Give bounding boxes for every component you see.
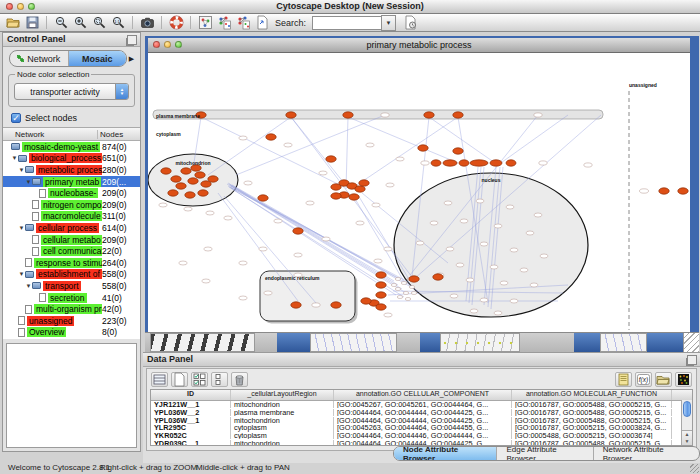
background-window-thumbnail[interactable] <box>600 333 647 352</box>
tree-row[interactable]: multi-organism pro42(0) <box>3 303 140 315</box>
network-node-selected[interactable] <box>326 156 336 162</box>
network-node[interactable] <box>444 201 452 205</box>
network-node-selected[interactable] <box>208 176 218 182</box>
tree-row[interactable]: Overview8(0) <box>3 327 140 339</box>
tree-row[interactable]: ▼primary metab209(... <box>3 176 140 188</box>
network-node[interactable] <box>239 261 247 265</box>
network-node-selected[interactable] <box>286 112 296 118</box>
network-node-selected[interactable] <box>433 274 443 280</box>
snapshot-camera-icon[interactable] <box>139 15 155 30</box>
node-color-dropdown[interactable]: transporter activity ▲▼ <box>14 83 129 100</box>
background-window-labels[interactable] <box>150 333 255 352</box>
network-node[interactable] <box>476 199 484 203</box>
network-node-selected[interactable] <box>376 304 386 310</box>
tree-row[interactable]: ▼cellular process614(0) <box>3 222 140 234</box>
network-node-selected[interactable] <box>418 145 428 151</box>
network-node[interactable] <box>450 294 458 298</box>
network-node[interactable] <box>395 278 401 281</box>
table-column-header[interactable]: annotation.GO MOLECULAR_FUNCTION <box>512 390 672 400</box>
tree-row[interactable]: ▼biological_process651(0) <box>3 153 140 165</box>
network-node[interactable] <box>396 157 404 161</box>
network-node-selected[interactable] <box>161 168 171 174</box>
expander-icon[interactable]: ▼ <box>11 155 18 161</box>
network-node[interactable] <box>480 242 488 246</box>
search-dropdown-button[interactable]: ▼ <box>381 15 396 31</box>
float-panel-icon[interactable] <box>127 35 137 45</box>
network-node[interactable] <box>534 113 542 117</box>
network-node[interactable] <box>206 211 214 215</box>
network-node[interactable] <box>384 247 392 251</box>
network-canvas[interactable]: plasma membranecytoplasmmitochondrionnuc… <box>148 53 690 332</box>
network-node[interactable] <box>319 171 327 175</box>
network-node-selected[interactable] <box>490 160 502 166</box>
search-input[interactable] <box>312 16 381 30</box>
network-node[interactable] <box>202 279 210 283</box>
network-node-selected[interactable] <box>171 176 181 182</box>
select-nodes-checkbox[interactable]: ✓ <box>11 113 21 123</box>
network-node-selected[interactable] <box>506 160 516 166</box>
network-node[interactable] <box>446 247 454 251</box>
load-attributes-icon[interactable] <box>655 372 672 387</box>
network-node-selected[interactable] <box>291 302 301 308</box>
network-node[interactable] <box>494 311 502 315</box>
expander-icon[interactable]: ▼ <box>18 167 25 173</box>
network-node[interactable] <box>224 216 232 220</box>
select-attributes-icon[interactable] <box>191 372 208 387</box>
table-scrollbar-thumb[interactable] <box>683 401 691 417</box>
tree-row[interactable]: response to stimulu264(0) <box>3 257 140 269</box>
tree-row[interactable]: ▼metabolic process280(0) <box>3 164 140 176</box>
network-node-selected[interactable] <box>293 228 303 234</box>
network-node-selected[interactable] <box>331 302 341 308</box>
window-resize-grip[interactable] <box>683 333 699 352</box>
float-data-panel-icon[interactable] <box>687 355 697 365</box>
network-node[interactable] <box>397 296 403 299</box>
table-column-header[interactable]: annotation.GO CELLULAR_COMPONENT <box>334 390 512 400</box>
background-window-frame[interactable] <box>420 333 440 352</box>
network-node-selected[interactable] <box>361 298 371 304</box>
expander-icon[interactable]: ▼ <box>18 225 25 231</box>
network-node[interactable] <box>584 163 592 167</box>
network-node[interactable] <box>395 288 401 291</box>
network-node[interactable] <box>322 237 330 241</box>
network-node[interactable] <box>510 299 518 303</box>
network-node[interactable] <box>520 268 528 272</box>
network-node[interactable] <box>312 303 320 307</box>
network-node[interactable] <box>403 292 409 295</box>
network-node-selected[interactable] <box>459 160 469 166</box>
save-session-icon[interactable] <box>24 15 40 30</box>
network-node[interactable] <box>356 221 364 225</box>
network-node[interactable] <box>366 143 374 147</box>
network-node[interactable] <box>386 183 394 187</box>
tree-row[interactable]: cellular metabo209(0) <box>3 234 140 246</box>
network-node-selected[interactable] <box>331 193 341 199</box>
network-node[interactable] <box>470 309 478 313</box>
birdseye-view-icon[interactable] <box>197 15 213 30</box>
network-node[interactable] <box>381 113 389 117</box>
table-column-header[interactable]: _cellularLayoutRegion <box>231 390 334 400</box>
network-node-selected[interactable] <box>185 192 195 198</box>
app-resize-grip[interactable] <box>690 464 699 473</box>
network-node-selected[interactable] <box>176 183 186 189</box>
tab-overflow-arrow[interactable]: ▶ <box>127 55 136 63</box>
network-node[interactable] <box>430 221 438 225</box>
tab-mosaic[interactable]: Mosaic <box>69 51 127 66</box>
network-node-selected[interactable] <box>470 160 488 166</box>
network-node-selected[interactable] <box>424 112 434 118</box>
network-node[interactable] <box>490 265 498 269</box>
table-row[interactable]: YKR052Ccytoplasm[GO:0044464, GO:0044446,… <box>151 432 692 440</box>
table-column-header[interactable]: ID <box>151 390 231 400</box>
network-node-selected[interactable] <box>376 282 386 288</box>
network-node[interactable] <box>239 136 247 140</box>
tree-row[interactable]: mosaic-demo-yeast874(0) <box>3 141 140 153</box>
tab-network[interactable]: Network <box>10 51 69 66</box>
tree-row[interactable]: unassigned223(0) <box>3 315 140 327</box>
network-node[interactable] <box>306 201 314 205</box>
network-node[interactable] <box>239 296 247 300</box>
expander-icon[interactable]: ▼ <box>18 271 25 277</box>
network-node-selected[interactable] <box>188 178 198 184</box>
network-node[interactable] <box>409 286 415 289</box>
network-node-selected[interactable] <box>453 148 463 154</box>
network-node-selected[interactable] <box>266 134 276 140</box>
network-node-selected[interactable] <box>376 292 386 298</box>
zoom-fit-icon[interactable]: 1:1 <box>110 15 126 30</box>
